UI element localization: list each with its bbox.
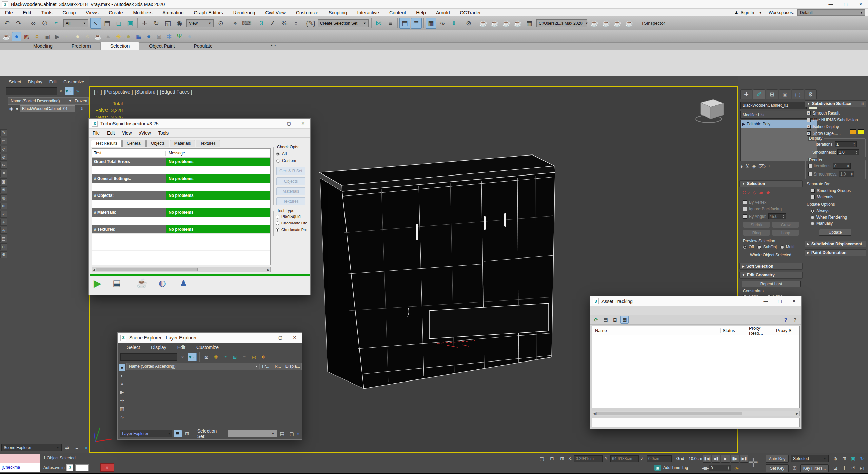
select-layer-objects-icon[interactable]: ◎ (250, 353, 258, 361)
hierarchy-tab[interactable]: ⊞ (766, 89, 778, 99)
render-frame-icon[interactable]: ☕ (489, 18, 500, 29)
dock-tool-icon-4[interactable]: ⊙ (0, 154, 7, 161)
expand-arrow-icon[interactable]: ▶ (741, 122, 747, 126)
eye-icon[interactable]: ◉ (8, 106, 14, 111)
layers-view-icon[interactable]: ≣ (174, 430, 182, 437)
key-filters-button[interactable]: Key Filters... (800, 464, 829, 472)
layer-menu-customize[interactable]: Customize (191, 343, 224, 352)
selection-filter-dropdown[interactable]: All▼ (63, 19, 88, 27)
reference-coordinate-dropdown[interactable]: View▼ (186, 19, 214, 27)
polygon-subobject-icon[interactable]: ▰ (760, 190, 763, 195)
checkbox-icon[interactable] (808, 164, 812, 168)
sign-in-button[interactable]: ♟ Sign In ▼ (731, 10, 765, 15)
dock-menu-customize[interactable]: Customize (61, 79, 87, 85)
percent-snap-icon[interactable]: % (279, 18, 290, 29)
filter-icon[interactable]: ▼← (188, 353, 197, 361)
edit-selection-set-icon[interactable]: ▤ (278, 430, 287, 437)
list-view-icon[interactable]: ▤ (601, 316, 610, 324)
dock-menu-edit[interactable]: Edit (46, 79, 59, 85)
hamburger-icon[interactable]: ≡ (73, 444, 81, 451)
materials-button[interactable]: Materials (276, 187, 305, 195)
scroll-left-icon[interactable]: ◀ (593, 412, 596, 415)
x-coordinate-field[interactable] (574, 455, 603, 462)
preview-subobj-radio[interactable]: SubObj (757, 245, 777, 249)
chevron-icon[interactable]: » (85, 445, 87, 450)
show-end-result-icon[interactable]: ⊻ (746, 163, 749, 169)
dock-tool-icon-3[interactable]: ◇ (0, 146, 7, 152)
go-to-start-button[interactable]: ▮◀ (703, 455, 711, 463)
spinner-snap-icon[interactable]: ↕ (291, 18, 301, 29)
display-bones-icon[interactable]: ∿ (118, 413, 126, 421)
grow-button[interactable]: Grow (772, 222, 799, 228)
rectangular-selection-region-icon[interactable]: ◻ (113, 18, 124, 29)
orbit-icon[interactable]: ↻ (858, 455, 866, 462)
filter-icon[interactable]: ▼← (65, 87, 74, 95)
isoline-display-checkbox[interactable]: ✓Isoline Display (807, 123, 866, 130)
teapot-clip-icon[interactable]: ☕ (624, 18, 634, 29)
inspector-menu-xview[interactable]: xView (135, 130, 154, 136)
menu-tools[interactable]: Tools (36, 10, 58, 15)
save-report-button[interactable]: ▤ (113, 278, 136, 288)
dock-menu-select[interactable]: Select (6, 79, 24, 85)
freeze-layer-icon[interactable]: ❄ (259, 353, 268, 361)
current-frame-field[interactable]: 0▲▼ (709, 465, 731, 471)
select-and-move-icon[interactable]: ✛ (139, 18, 150, 29)
nested-layers-icon[interactable]: ⊞ (231, 353, 239, 361)
soft-selection-rollout-header[interactable]: ▶Soft Selection (739, 263, 803, 270)
shrink-button[interactable]: Shrink (743, 222, 770, 228)
objects-button[interactable]: Objects (276, 177, 305, 185)
teapot-icon[interactable]: ☕ (2, 32, 11, 41)
maximize-button[interactable]: ▢ (273, 333, 288, 343)
render-production-icon[interactable]: ☕ (501, 18, 512, 29)
dock-tool-icon-1[interactable]: ✎ (0, 129, 7, 136)
zoom-extents-icon[interactable]: ▣ (849, 455, 857, 462)
undo-icon[interactable]: ↶ (2, 18, 13, 29)
snaps-toggle-icon[interactable]: 3 (256, 18, 267, 29)
swap-arrows-icon[interactable]: ⇄ (63, 444, 71, 451)
minimize-button[interactable]: — (758, 296, 773, 306)
pin-stack-icon[interactable]: ♦ (740, 164, 743, 169)
menu-group[interactable]: Group (57, 10, 81, 15)
ribbon-tab-modeling[interactable]: Modeling (24, 42, 62, 50)
previous-frame-button[interactable]: ◀▮ (712, 455, 720, 463)
tree-view-icon[interactable]: ⊞ (611, 316, 619, 324)
inspector-menu-view[interactable]: View (118, 130, 135, 136)
use-pivot-point-center-icon[interactable]: ⊙ (215, 18, 226, 29)
menu-arnold[interactable]: Arnold (431, 10, 455, 15)
configure-modifier-sets-icon[interactable]: ≔ (768, 163, 773, 169)
support-person-button[interactable]: ♟ (180, 278, 187, 288)
zoom-all-icon[interactable]: ⊞ (840, 455, 848, 462)
inspector-tab-textures[interactable]: Textures (196, 140, 220, 147)
border-subobject-icon[interactable]: ◇ (753, 190, 756, 195)
mirror-icon[interactable]: ⋈ (373, 18, 384, 29)
display-smoothness-spinner[interactable]: 1.0▲▼ (837, 149, 859, 155)
chevron-icon[interactable]: » (297, 431, 300, 436)
edge-subobject-icon[interactable]: ∕ (749, 190, 750, 195)
set-key-button[interactable]: Set Key (766, 464, 789, 472)
dock-tool-icon-15[interactable]: ◻ (0, 243, 7, 250)
help-icon[interactable]: ? (791, 316, 799, 324)
always-radio[interactable]: Always (811, 208, 866, 214)
select-and-link-icon[interactable]: ∞ (28, 18, 39, 29)
display-materials-icon[interactable]: ▨ (118, 405, 126, 413)
rendered-frame-window-icon[interactable]: ⇓ (449, 18, 459, 29)
angle-snap-icon[interactable]: ∠ (268, 18, 278, 29)
pale-sphere-icon[interactable]: ● (185, 32, 194, 41)
explorer-header[interactable]: Name (Sorted Descending) ▼ Frozen (8, 97, 89, 105)
stack-item-editable-poly[interactable]: Editable Poly (747, 122, 770, 126)
menu-rendering[interactable]: Rendering (228, 10, 260, 15)
checkmate-lite-radio[interactable]: CheckMate Lite (276, 221, 307, 225)
menu-views[interactable]: Views (81, 10, 103, 15)
maximize-button[interactable]: ▢ (773, 296, 787, 306)
ribbon-tab-freeform[interactable]: Freeform (62, 42, 100, 50)
y-coordinate-field[interactable] (610, 455, 639, 462)
display-geometry-icon[interactable]: ◐ (118, 372, 126, 379)
display-all-icon[interactable]: ● (119, 364, 125, 371)
menu-edit[interactable]: Edit (18, 10, 36, 15)
select-and-rotate-icon[interactable]: ↻ (151, 18, 162, 29)
unlink-selection-icon[interactable]: ∅ (39, 18, 50, 29)
expand-chevron-icon[interactable]: » (76, 88, 79, 94)
plane-light-icon[interactable]: ▫ (63, 32, 72, 41)
pixelsquid-radio[interactable]: PixelSquid (276, 214, 301, 219)
zoom-region-icon[interactable]: ⊡ (831, 464, 840, 472)
